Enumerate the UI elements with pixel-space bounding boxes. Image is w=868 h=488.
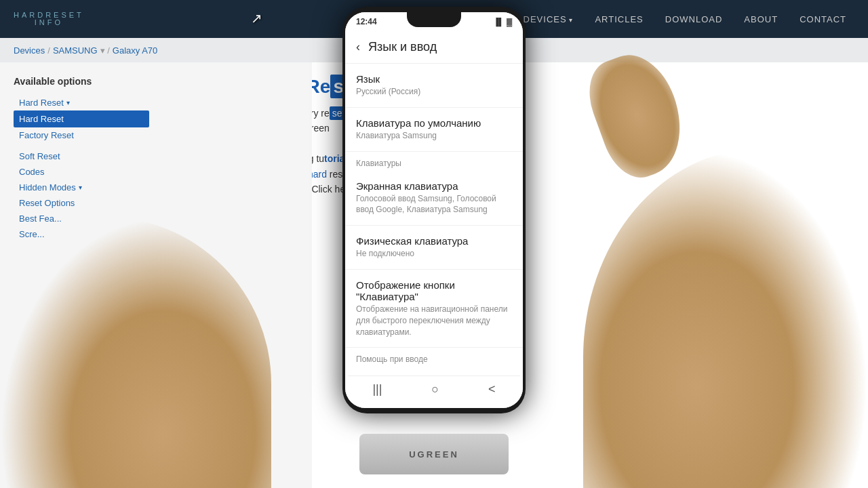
section-keyboards: Клавиатуры (345, 152, 523, 171)
back-button[interactable]: ‹ (356, 40, 360, 54)
breadcrumb-samsung[interactable]: SAMSUNG (53, 45, 98, 56)
sidebar: Available options Hard Reset Hard Reset … (14, 76, 149, 242)
home-button[interactable]: ○ (431, 382, 439, 396)
battery-icon: ▓ (507, 18, 512, 26)
settings-item-title-onscreen: Экранная клавиатура (356, 180, 512, 192)
sidebar-item-screenshots[interactable]: Scre... (14, 226, 149, 242)
breadcrumb-galaxy-a70[interactable]: Galaxy A70 (113, 45, 158, 56)
settings-item-onscreen-kb[interactable]: Экранная клавиатура Голосовой ввод Samsu… (345, 171, 523, 226)
nav-articles[interactable]: ARTICLES (587, 10, 651, 28)
settings-item-title-physical: Физическая клавиатура (356, 235, 512, 247)
phone-container: 12:44 ▐▌ ▓ ‹ Язык и ввод Язык Русский (Р… (332, 0, 536, 488)
sidebar-item-factory-reset[interactable]: Factory Reset (14, 127, 149, 143)
sidebar-section: Soft Reset Codes Hidden Modes Reset Opti… (14, 148, 149, 242)
sidebar-title: Available options (14, 76, 149, 87)
settings-item-title-default-kb: Клавиатура по умолчанию (356, 117, 512, 129)
sidebar-item-best-features[interactable]: Best Fea... (14, 211, 149, 226)
settings-item-language[interactable]: Язык Русский (Россия) (345, 64, 523, 108)
settings-item-keyboard-button[interactable]: Отображение кнопки "Клавиатура" Отображе… (345, 270, 523, 348)
main-content: Available options Hard Reset Hard Reset … (0, 62, 312, 488)
phone-stand: UGREEN (359, 434, 509, 474)
recent-apps-button[interactable]: ||| (372, 382, 382, 396)
cursor-pointer: ↗ (251, 10, 262, 26)
settings-item-subtitle-default-kb: Клавиатура Samsung (356, 130, 512, 142)
settings-item-title-kb-btn: Отображение кнопки "Клавиатура" (356, 279, 512, 302)
settings-item-title-language: Язык (356, 73, 512, 85)
settings-header: ‹ Язык и ввод (345, 31, 523, 64)
phone-notch (407, 12, 461, 27)
settings-item-subtitle-language: Русский (Россия) (356, 86, 512, 98)
phone-outer: 12:44 ▐▌ ▓ ‹ Язык и ввод Язык Русский (Р… (342, 7, 526, 413)
nav-download[interactable]: DOWNLOAD (657, 10, 731, 28)
settings-item-default-keyboard[interactable]: Клавиатура по умолчанию Клавиатура Samsu… (345, 108, 523, 152)
phone-status-icons: ▐▌ ▓ (493, 18, 512, 26)
sidebar-item-reset-options[interactable]: Reset Options (14, 195, 149, 211)
settings-item-subtitle-physical: Не подключено (356, 248, 512, 260)
sidebar-item-soft-reset[interactable]: Soft Reset (14, 148, 149, 164)
settings-item-subtitle-onscreen: Голосовой ввод Samsung, Голосовой ввод G… (356, 193, 512, 216)
phone-time: 12:44 (356, 17, 377, 26)
logo-sub: INFO (14, 19, 84, 26)
breadcrumb-devices[interactable]: Devices (14, 45, 45, 56)
stand-label: UGREEN (409, 449, 459, 460)
nav-contact[interactable]: CONTACT (791, 10, 854, 28)
signal-icon: ▐▌ (493, 18, 504, 26)
sidebar-item-hard-reset[interactable]: Hard Reset (14, 110, 149, 127)
settings-item-subtitle-kb-btn: Отображение на навигационной панели для … (356, 304, 512, 338)
settings-content[interactable]: Язык Русский (Россия) Клавиатура по умол… (345, 64, 523, 408)
back-nav-button[interactable]: < (488, 382, 496, 396)
settings-item-physical-kb[interactable]: Физическая клавиатура Не подключено (345, 226, 523, 270)
phone-bottom-nav: ||| ○ < (348, 375, 520, 403)
settings-title: Язык и ввод (368, 40, 437, 54)
sidebar-item-hard-reset-parent[interactable]: Hard Reset (14, 95, 149, 110)
nav-about[interactable]: ABOUT (736, 10, 786, 28)
phone-status-bar: 12:44 ▐▌ ▓ (345, 12, 523, 31)
phone-screen: 12:44 ▐▌ ▓ ‹ Язык и ввод Язык Русский (Р… (345, 12, 523, 408)
sidebar-item-codes[interactable]: Codes (14, 164, 149, 180)
section-input-help: Помощь при вводе (345, 348, 523, 367)
site-logo[interactable]: HARDRESET INFO (14, 12, 84, 26)
sidebar-item-hidden-modes[interactable]: Hidden Modes (14, 180, 149, 195)
